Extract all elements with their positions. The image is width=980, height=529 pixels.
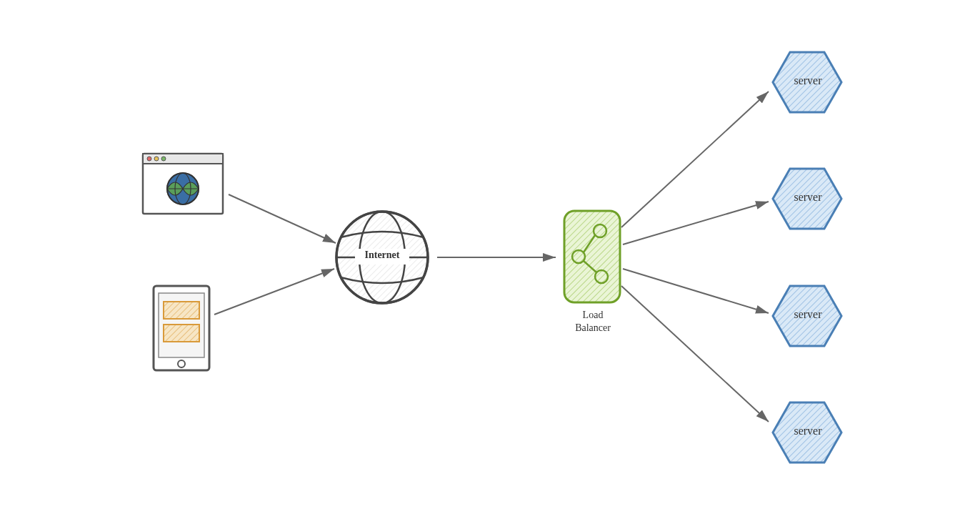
load-balancer-label-line2: Balancer [575,322,611,333]
arrow-lb-server1 [621,92,769,227]
internet-label: Internet [359,249,406,261]
browser-client-icon [143,154,223,214]
arrow-mobile-internet [214,269,334,315]
mobile-client-icon [154,286,209,370]
diagram-canvas [0,0,980,529]
server-label-1: server [783,74,833,87]
svg-point-9 [147,157,151,161]
arrow-lb-server2 [623,202,769,244]
arrow-browser-internet [229,194,336,243]
server-label-3: server [783,308,833,321]
load-balancer-label: Load Balancer [568,309,618,335]
load-balancer-node [564,211,620,302]
server-label-2: server [783,191,833,204]
svg-point-10 [154,157,159,161]
server-label-4: server [783,425,833,437]
arrow-lb-server3 [623,269,769,313]
svg-rect-19 [164,325,199,342]
svg-rect-18 [164,302,199,319]
svg-point-11 [161,157,166,161]
svg-point-20 [178,360,185,367]
load-balancer-label-line1: Load [583,310,604,320]
